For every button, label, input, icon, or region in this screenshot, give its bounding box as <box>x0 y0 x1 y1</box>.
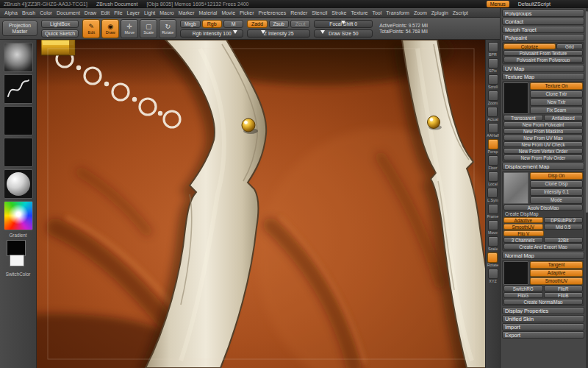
quick-sketch-button[interactable]: Quick Sketch <box>41 29 79 38</box>
document-canvas[interactable] <box>37 40 485 368</box>
menu-item[interactable]: Transform <box>386 10 409 15</box>
nm-smoothuv-button[interactable]: SmoothUV <box>530 277 583 285</box>
new-from-button[interactable]: New From UV Map <box>503 135 583 141</box>
menu-item[interactable]: Texture <box>351 10 368 15</box>
polypaint-from-texture-button[interactable]: Polypaint From Texture <box>503 50 583 56</box>
m-button[interactable]: M <box>223 20 243 28</box>
color-picker[interactable] <box>4 201 33 230</box>
subpalette-header[interactable]: Unified Skin <box>502 315 584 322</box>
menu-item[interactable]: Stencil <box>312 10 327 15</box>
new-from-button[interactable]: New From UV Check <box>503 141 583 147</box>
menu-item[interactable]: Marker <box>179 10 195 15</box>
tool-mode-button[interactable]: ✎ Edit <box>82 19 100 38</box>
menu-item[interactable]: Alpha <box>4 10 18 15</box>
menu-item[interactable]: Render <box>290 10 307 15</box>
dpsubpix-slider[interactable]: DPSubPix 2 <box>544 217 584 223</box>
menu-item[interactable]: File <box>114 10 122 15</box>
new-texture-button[interactable]: New Txtr <box>530 99 583 106</box>
create-and-export-map-button[interactable]: Create And Export Map <box>503 244 583 250</box>
shelf-toggle-button[interactable]: Scroll <box>488 74 498 89</box>
subpalette-header[interactable]: Polygroups <box>502 10 584 17</box>
tool-mode-button[interactable]: ◉ Draw <box>101 19 119 38</box>
texture-map-header[interactable]: Texture Map <box>502 73 584 80</box>
zsub-button[interactable]: Zsub <box>269 20 289 28</box>
shelf-toggle-button[interactable]: Rotate <box>487 252 499 267</box>
apply-dispmap-button[interactable]: Apply DispMap <box>503 205 583 210</box>
menu-item[interactable]: Movie <box>221 10 235 15</box>
disp-adaptive-button[interactable]: Adaptive <box>503 217 543 223</box>
texture-map-thumbnail[interactable] <box>503 82 528 114</box>
bits-button[interactable]: 32Bit <box>544 237 584 243</box>
displacement-map-header[interactable]: Displacement Map <box>502 163 584 170</box>
menu-item[interactable]: Picker <box>240 10 254 15</box>
switchcolor-label[interactable]: SwitchColor <box>6 272 31 277</box>
menu-item[interactable]: Draw <box>85 10 96 15</box>
tangent-button[interactable]: Tangent <box>530 261 583 269</box>
flip-v-button[interactable]: Flip V <box>503 230 544 236</box>
disp-mode-button[interactable]: Mode <box>530 197 583 204</box>
new-from-button[interactable]: New From Vertex Order <box>503 148 583 154</box>
menu-item[interactable]: Light <box>144 10 155 15</box>
projection-master-button[interactable]: Projection Master <box>2 21 37 37</box>
texture-selector[interactable] <box>4 138 33 167</box>
new-from-button[interactable]: New From Masking <box>503 128 583 134</box>
subpalette-header[interactable]: Import <box>502 323 584 330</box>
shelf-toggle-button[interactable]: XYZ <box>488 269 498 283</box>
grid-button[interactable]: Grid <box>556 43 583 49</box>
tool-mode-button[interactable]: ✛ Move <box>121 19 138 38</box>
shelf-toggle-button[interactable]: Persp <box>488 139 498 154</box>
shelf-toggle-button[interactable]: Local <box>488 171 498 186</box>
polypaint-from-polygroup-button[interactable]: Polypaint From Polygroup <box>503 57 583 63</box>
flip-r-button[interactable]: FlipR <box>544 286 584 291</box>
menu-item[interactable]: Zoom <box>414 10 427 15</box>
new-from-button[interactable]: New From Polypaint <box>503 121 583 127</box>
subpalette-header[interactable]: Contact <box>502 18 584 25</box>
shelf-toggle-button[interactable]: Scale <box>488 236 498 251</box>
menu-item[interactable]: Color <box>40 10 52 15</box>
menu-item[interactable]: Layer <box>127 10 140 15</box>
alpha-selector[interactable] <box>4 106 33 135</box>
menu-item[interactable]: Zplugin <box>431 10 448 15</box>
focal-shift-slider[interactable]: Focal Shift 0 <box>314 20 373 28</box>
subpalette-header[interactable]: Morph Target <box>502 26 584 33</box>
subpalette-header[interactable]: Export <box>502 331 584 339</box>
colorize-button[interactable]: Colorize <box>503 43 556 49</box>
draw-size-slider[interactable]: Draw Size 50 <box>314 29 373 38</box>
menu-item[interactable]: Zscript <box>453 10 468 15</box>
disp-intensity-slider[interactable]: Intensity 0.1 <box>530 188 583 196</box>
switch-rg-button[interactable]: SwitchRG <box>503 286 543 291</box>
shelf-toggle-button[interactable]: Frame <box>487 204 498 219</box>
stroke-selector[interactable] <box>4 74 33 104</box>
lightbox-button[interactable]: LightBox <box>41 20 79 28</box>
nm-adaptive-button[interactable]: Adaptive <box>530 269 583 277</box>
secondary-color-swatch[interactable] <box>10 255 24 266</box>
antialiased-button[interactable]: Antialiased <box>544 115 584 121</box>
menu-item[interactable]: Preferences <box>259 10 287 15</box>
shelf-toggle-button[interactable]: Zoom <box>488 91 498 105</box>
rgb-intensity-slider[interactable]: Rgb Intensity 100 <box>180 29 243 38</box>
color-swatches[interactable] <box>4 240 33 269</box>
material-selector[interactable] <box>4 169 33 199</box>
transparent-button[interactable]: Transparent <box>503 115 543 121</box>
clone-disp-button[interactable]: Clone Disp <box>530 180 583 188</box>
menu-item[interactable]: Brush <box>22 10 35 15</box>
menu-item[interactable]: Material <box>198 10 217 15</box>
shelf-toggle-button[interactable]: AAHalf <box>487 123 499 138</box>
normal-map-thumbnail[interactable] <box>503 261 528 285</box>
channels-button[interactable]: 3 Channels <box>503 237 543 243</box>
shelf-toggle-button[interactable]: L.Sym <box>487 188 498 202</box>
zadd-button[interactable]: Zadd <box>247 20 267 28</box>
normal-map-header[interactable]: Normal Map <box>502 252 584 259</box>
gradient-label[interactable]: Gradient <box>9 233 26 238</box>
clone-texture-button[interactable]: Clone Txtr <box>530 91 583 98</box>
zcut-button[interactable]: Zcut <box>290 20 310 28</box>
displacement-thumbnail[interactable] <box>503 172 528 204</box>
shelf-toggle-button[interactable]: SPix <box>488 58 498 73</box>
main-color-swatch[interactable] <box>7 240 26 256</box>
flip-b-button[interactable]: FlipB <box>544 292 584 298</box>
mid-slider[interactable]: Mid 0.5 <box>544 224 584 230</box>
shelf-toggle-button[interactable]: Floor <box>488 155 498 170</box>
disp-smoothuv-button[interactable]: SmoothUV <box>503 224 543 230</box>
disp-on-button[interactable]: Disp On <box>530 172 583 180</box>
menu-item[interactable]: Stroke <box>331 10 346 15</box>
